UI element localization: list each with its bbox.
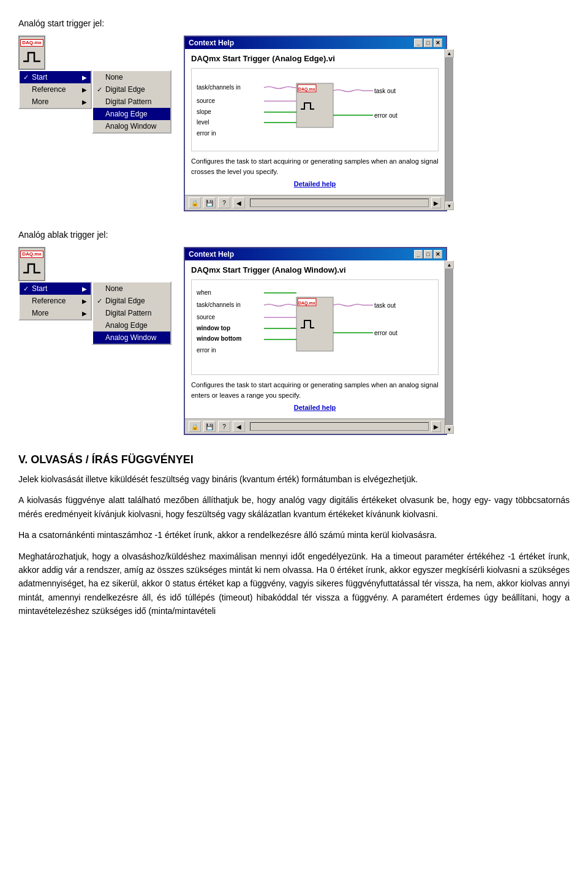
- submenu-item-digital-edge-1[interactable]: ✓ Digital Edge: [93, 83, 170, 96]
- submenu-item-digital-pattern-1[interactable]: Digital Pattern: [93, 96, 170, 108]
- detailed-help-link-1[interactable]: Detailed help: [191, 180, 439, 188]
- submenu-item-analog-window-1[interactable]: Analog Window: [93, 120, 170, 132]
- menu-ref-label-2: Reference: [32, 297, 66, 305]
- scroll-up-1[interactable]: ▲: [445, 49, 454, 58]
- minimize-btn-2[interactable]: _: [414, 250, 423, 259]
- footer-scroll-right-1[interactable]: ▶: [431, 197, 441, 208]
- svg-text:error out: error out: [374, 330, 398, 336]
- daq-label-2: DAQ.mx: [20, 251, 43, 258]
- paragraph1: Jelek kiolvasását illetve kiküldését fes…: [18, 472, 570, 486]
- menu-list-1[interactable]: ✓ Start ▶ Reference ▶ More ▶: [18, 70, 92, 109]
- arrow-start-1: ▶: [82, 74, 87, 81]
- submenu-2[interactable]: None ✓ Digital Edge Digital Pattern Anal…: [92, 281, 172, 345]
- menu-list-2[interactable]: ✓ Start ▶ Reference ▶ More ▶: [18, 281, 92, 320]
- paragraph2: A kiolvasás függvénye alatt található me…: [18, 493, 570, 521]
- svg-text:slope: slope: [197, 108, 211, 115]
- menu-widget-2: DAQ.mx ✓ Start ▶ Reference ▶: [18, 247, 172, 345]
- svg-text:source: source: [197, 97, 215, 104]
- submenu-item-none-2[interactable]: None: [93, 282, 170, 295]
- arrow-start-2: ▶: [82, 286, 87, 292]
- svg-text:error in: error in: [197, 130, 216, 137]
- daq-label-1: DAQ.mx: [20, 39, 43, 47]
- svg-text:window bottom: window bottom: [196, 335, 241, 342]
- footer-btn-help-2[interactable]: ?: [218, 421, 230, 432]
- detailed-help-link-2[interactable]: Detailed help: [191, 404, 439, 411]
- footer-btn-help-1[interactable]: ?: [218, 197, 230, 208]
- context-help-title-1: Context Help: [189, 39, 234, 47]
- menu-ref-label-1: Reference: [32, 85, 66, 94]
- svg-text:task out: task out: [374, 88, 396, 94]
- submenu-item-analog-edge-2[interactable]: Analog Edge: [93, 319, 170, 331]
- svg-text:error in: error in: [197, 347, 216, 354]
- menu-start-label-2: Start: [32, 284, 47, 293]
- close-btn-2[interactable]: ✕: [434, 250, 442, 259]
- context-help-titlebar-2: Context Help _ □ ✕: [185, 248, 446, 260]
- submenu-item-none-1[interactable]: None: [93, 71, 170, 83]
- menu-item-more-2[interactable]: More ▶: [20, 307, 91, 319]
- close-btn-1[interactable]: ✕: [434, 39, 442, 47]
- submenu-item-analog-edge-1[interactable]: Analog Edge: [93, 108, 170, 120]
- help-window-main-1: DAQmx Start Trigger (Analog Edge).vi tas…: [185, 49, 445, 210]
- right-scrollbar-2[interactable]: ▲ ▼: [445, 260, 453, 434]
- check-start-1: ✓: [23, 74, 32, 81]
- context-help-title-2: Context Help: [189, 250, 234, 259]
- context-help-titlebar-1: Context Help _ □ ✕: [185, 37, 446, 49]
- scroll-up-2[interactable]: ▲: [445, 260, 454, 269]
- footer-btn-lock-2[interactable]: 🔒: [189, 421, 201, 432]
- svg-text:window top: window top: [196, 325, 230, 331]
- daq-icon-box-2: DAQ.mx: [18, 247, 45, 281]
- arrow-more-1: ▶: [82, 99, 87, 105]
- submenu-item-digital-edge-2[interactable]: ✓ Digital Edge: [93, 295, 170, 307]
- svg-text:task/channels in: task/channels in: [197, 84, 241, 91]
- svg-text:error out: error out: [374, 112, 398, 119]
- trigger-waveform-icon-1: [22, 48, 42, 65]
- maximize-btn-1[interactable]: □: [424, 39, 432, 47]
- paragraph4: Meghatározhatjuk, hogy a olvasáshoz/küld…: [18, 550, 570, 618]
- footer-scrollbar-1[interactable]: [250, 199, 429, 207]
- section1-label: Analóg start trigger jel:: [18, 18, 570, 28]
- maximize-btn-2[interactable]: □: [424, 250, 432, 259]
- help-vi-title-1: DAQmx Start Trigger (Analog Edge).vi: [191, 54, 439, 63]
- context-help-2: Context Help _ □ ✕ DAQmx Start Trigger (…: [184, 247, 447, 435]
- svg-text:level: level: [197, 119, 209, 126]
- trigger-waveform-icon-2: [22, 259, 42, 276]
- svg-text:task out: task out: [374, 302, 396, 309]
- main-section-title: V. OLVASÁS / ÍRÁS FÜGGVÉNYEI: [18, 453, 570, 466]
- footer-btn-save-1[interactable]: 💾: [203, 197, 216, 208]
- footer-scrollbar-2[interactable]: [250, 422, 429, 431]
- arrow-ref-2: ▶: [82, 298, 87, 305]
- scroll-down-1[interactable]: ▼: [445, 202, 454, 210]
- titlebar-controls-2[interactable]: _ □ ✕: [414, 250, 442, 259]
- submenu-item-analog-window-2[interactable]: Analog Window: [93, 331, 170, 344]
- menu-item-more-1[interactable]: More ▶: [20, 96, 91, 108]
- menu-widget-1: DAQ.mx ✓ Start ▶ Reference ▶: [18, 36, 172, 134]
- menu-item-start-2[interactable]: ✓ Start ▶: [20, 282, 91, 295]
- svg-text:DAQ.mx: DAQ.mx: [298, 87, 315, 92]
- footer-btn-back-2[interactable]: ◀: [233, 421, 245, 432]
- footer-btn-save-2[interactable]: 💾: [203, 421, 216, 432]
- menu-item-reference-1[interactable]: Reference ▶: [20, 83, 91, 96]
- footer-btn-back-1[interactable]: ◀: [233, 197, 245, 208]
- submenu-1[interactable]: None ✓ Digital Edge Digital Pattern Anal…: [92, 70, 172, 134]
- svg-text:DAQ.mx: DAQ.mx: [298, 301, 315, 306]
- diagram-svg-1: task/channels in source slope level erro…: [195, 72, 434, 146]
- help-text-1: Configures the task to start acquiring o…: [191, 156, 439, 176]
- footer-scroll-right-2[interactable]: ▶: [431, 421, 441, 432]
- check-start-2: ✓: [23, 285, 32, 293]
- menu-more-label-1: More: [32, 97, 48, 106]
- context-help-body-1: DAQmx Start Trigger (Analog Edge).vi tas…: [185, 49, 445, 195]
- footer-btn-lock-1[interactable]: 🔒: [189, 197, 201, 208]
- minimize-btn-1[interactable]: _: [414, 39, 423, 47]
- arrow-ref-1: ▶: [82, 86, 87, 93]
- submenu-item-digital-pattern-2[interactable]: Digital Pattern: [93, 307, 170, 319]
- scroll-track-1: [445, 58, 453, 202]
- right-scrollbar-1[interactable]: ▲ ▼: [445, 49, 453, 210]
- paragraph3: Ha a csatornánkénti mintaszámhoz -1 érté…: [18, 528, 570, 542]
- menu-item-reference-2[interactable]: Reference ▶: [20, 295, 91, 307]
- scroll-down-2[interactable]: ▼: [445, 425, 454, 434]
- titlebar-controls-1[interactable]: _ □ ✕: [414, 39, 442, 47]
- menu-item-start-1[interactable]: ✓ Start ▶: [20, 71, 91, 83]
- daq-icon-box-1: DAQ.mx: [18, 36, 45, 70]
- help-window-main-2: DAQmx Start Trigger (Analog Window).vi w…: [185, 260, 445, 434]
- context-help-footer-1: 🔒 💾 ? ◀ ▶: [185, 195, 445, 210]
